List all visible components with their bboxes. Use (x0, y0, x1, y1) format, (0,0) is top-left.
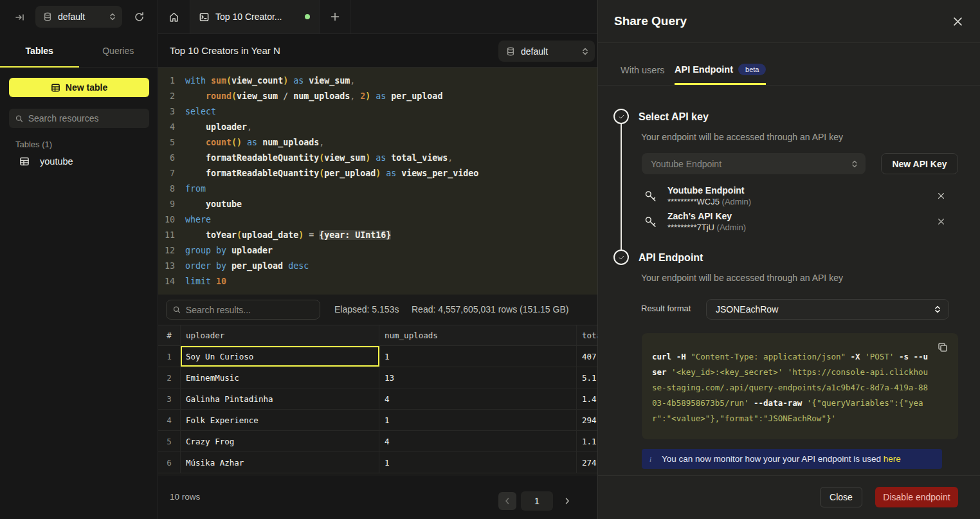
close-button[interactable]: Close (820, 487, 862, 507)
cell-uploader[interactable]: Crazy Frog (181, 431, 379, 451)
table-icon (19, 156, 30, 167)
cell-num-uploads[interactable]: 1 (379, 346, 577, 367)
remove-key-icon[interactable] (935, 190, 947, 201)
row-count-label: 10 rows (170, 492, 200, 502)
row-number[interactable]: 1 (158, 346, 181, 367)
table-name: youtube (40, 156, 73, 167)
cell-num-uploads[interactable]: 1 (379, 410, 577, 430)
api-key-item[interactable]: Youtube Endpoint*********WCJ5 (Admin) (642, 184, 958, 210)
panel-tabs: With users API Endpoint beta (598, 43, 980, 86)
step2-check-icon (613, 250, 629, 265)
tab-with-users-label: With users (621, 65, 665, 75)
copy-icon[interactable] (938, 342, 949, 354)
cell-uploader[interactable]: EminemMusic (181, 367, 379, 388)
new-tab-button[interactable] (320, 0, 350, 33)
query-tab-title: Top 10 Creator... (215, 12, 298, 22)
close-icon (953, 17, 963, 26)
terminal-icon (199, 12, 209, 22)
tab-api-endpoint[interactable]: API Endpoint beta (675, 55, 766, 85)
chevron-left-icon (504, 497, 511, 505)
query-database-selector[interactable]: default (498, 41, 595, 62)
pagination-page-button[interactable]: 1 (521, 491, 553, 511)
query-tab[interactable]: Top 10 Creator... (190, 0, 320, 33)
cell-uploader[interactable]: Folk Experience (181, 410, 379, 430)
key-icon (644, 189, 658, 203)
close-icon (938, 218, 945, 225)
resource-search-input[interactable] (28, 113, 143, 123)
select-api-key-subtitle: Your endpoint will be accessed through a… (641, 132, 843, 142)
tab-with-users[interactable]: With users (621, 55, 665, 85)
row-number[interactable]: 4 (158, 410, 181, 430)
result-format-value: JSONEachRow (716, 304, 934, 314)
sidebar-tabs: Tables Queries (0, 34, 158, 68)
cell-uploader[interactable]: Músika Azhar (181, 452, 379, 473)
api-key-masked: *********7TjU (Admin) (667, 223, 746, 232)
banner-here-link[interactable]: here (884, 454, 901, 464)
database-icon (506, 47, 515, 56)
api-endpoint-heading: API Endpoint (639, 252, 703, 264)
results-search-input[interactable] (186, 305, 313, 315)
row-number[interactable]: 5 (158, 431, 181, 451)
new-table-button[interactable]: New table (9, 78, 149, 97)
info-icon: i (649, 455, 651, 463)
new-table-label: New table (66, 82, 107, 93)
results-search[interactable] (166, 300, 320, 320)
cell-num-uploads[interactable]: 4 (379, 388, 577, 409)
cell-uploader[interactable]: Soy Un Curioso (181, 346, 379, 367)
elapsed-time: Elapsed: 5.153s (334, 304, 399, 314)
refresh-icon (134, 12, 145, 23)
api-key-selector-value: Youtube Endpoint (651, 159, 851, 169)
row-number[interactable]: 2 (158, 367, 181, 388)
chevrons-updown-icon (109, 13, 116, 21)
panel-footer: Close Disable endpoint (598, 475, 980, 519)
unsaved-status-dot (305, 14, 310, 19)
api-endpoint-subtitle: Your endpoint will be accessed through a… (641, 273, 843, 283)
home-button[interactable] (158, 0, 190, 33)
cell-num-uploads[interactable]: 4 (379, 431, 577, 451)
close-icon (938, 192, 945, 199)
sidebar-tab-tables[interactable]: Tables (0, 34, 79, 67)
sidebar: default Tables Queries New table Tables … (0, 0, 158, 519)
read-stats: Read: 4,557,605,031 rows (151.15 GB) (412, 304, 568, 314)
column-header-num-uploads[interactable]: num_uploads (379, 325, 577, 345)
result-format-selector[interactable]: JSONEachRow (706, 299, 949, 320)
api-key-role: (Admin) (722, 197, 752, 206)
curl-command-text[interactable]: curl -H "Content-Type: application/json"… (652, 352, 928, 423)
sidebar-item-youtube-table[interactable]: youtube (9, 151, 149, 172)
row-number[interactable]: 3 (158, 388, 181, 409)
row-number[interactable]: 6 (158, 452, 181, 473)
step1-check-icon (613, 109, 629, 124)
banner-text: You can now monitor how your your API en… (662, 454, 901, 464)
select-api-key-heading: Select API key (639, 111, 709, 123)
sidebar-tab-queries[interactable]: Queries (79, 34, 158, 67)
cell-num-uploads[interactable]: 13 (379, 367, 577, 388)
search-icon (173, 305, 181, 314)
disable-endpoint-button[interactable]: Disable endpoint (875, 487, 958, 507)
pagination-prev-button[interactable] (498, 492, 516, 510)
database-selector-value: default (58, 12, 104, 22)
panel-title: Share Query (614, 14, 687, 28)
panel-header: Share Query (598, 0, 980, 43)
panel-close-icon[interactable] (949, 13, 966, 30)
pagination-next-button[interactable] (558, 492, 576, 510)
banner-message: You can now monitor how your your API en… (662, 454, 881, 464)
remove-key-icon[interactable] (935, 215, 947, 227)
copy-icon (938, 342, 948, 352)
cell-uploader[interactable]: Galinha Pintadinha (181, 388, 379, 409)
database-selector[interactable]: default (35, 6, 122, 28)
api-key-item[interactable]: Zach's API Key*********7TjU (Admin) (642, 210, 958, 235)
new-api-key-button[interactable]: New API Key (881, 153, 958, 174)
collapse-arrow-icon (15, 12, 25, 23)
column-header-index: # (158, 325, 181, 345)
tables-section-label: Tables (1) (15, 140, 52, 149)
api-key-selector[interactable]: Youtube Endpoint (642, 153, 866, 174)
collapse-sidebar-button[interactable] (13, 10, 27, 24)
api-key-name: Zach's API Key (667, 211, 732, 221)
cell-num-uploads[interactable]: 1 (379, 452, 577, 473)
key-icon (644, 215, 658, 229)
refresh-button[interactable] (132, 10, 146, 24)
resource-search[interactable] (9, 109, 149, 128)
curl-command-block: curl -H "Content-Type: application/json"… (642, 333, 958, 439)
column-header-uploader[interactable]: uploader (181, 325, 379, 345)
share-query-panel: Share Query With users API Endpoint beta… (597, 0, 980, 519)
